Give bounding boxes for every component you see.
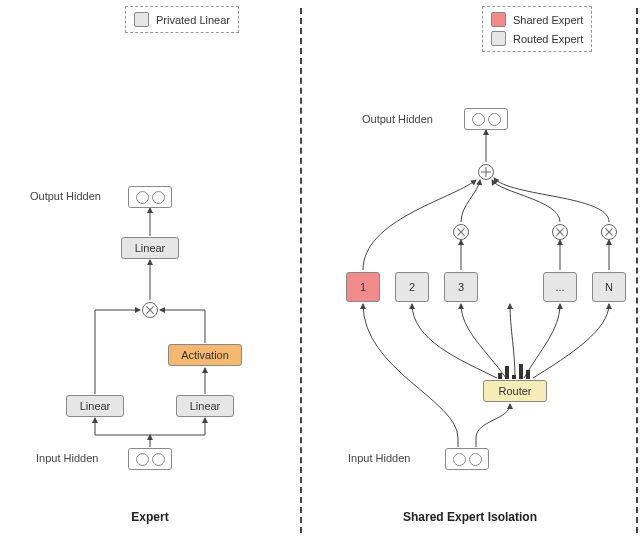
- expert-routed-n: N: [592, 272, 626, 302]
- swatch-linear-icon: [134, 12, 149, 27]
- legend-label: Privated Linear: [156, 14, 230, 26]
- block-label: Linear: [135, 242, 166, 254]
- block-label: 3: [458, 281, 464, 293]
- block-label: N: [605, 281, 613, 293]
- shared-expert-isolation-panel: Shared Expert Routed Expert: [300, 0, 640, 541]
- swatch-routed-icon: [491, 31, 506, 46]
- multiply-op-icon: [453, 224, 469, 240]
- router-histogram-icon: [498, 364, 530, 379]
- block-label: Activation: [181, 349, 229, 361]
- swatch-shared-icon: [491, 12, 506, 27]
- output-hidden-label: Output Hidden: [362, 113, 433, 125]
- legend-label: Shared Expert: [513, 14, 583, 26]
- output-hidden-label: Output Hidden: [30, 190, 101, 202]
- linear-down-block: Linear: [121, 237, 179, 259]
- activation-block: Activation: [168, 344, 242, 366]
- input-hidden-box: [445, 448, 489, 470]
- add-op-icon: [478, 164, 494, 180]
- multiply-op-icon: [601, 224, 617, 240]
- expert-routed-ellipsis: ...: [543, 272, 577, 302]
- multiply-op-icon: [552, 224, 568, 240]
- block-label: 1: [360, 281, 366, 293]
- multiply-op-icon: [142, 302, 158, 318]
- panel-title: Shared Expert Isolation: [300, 510, 640, 524]
- linear-up-block: Linear: [176, 395, 234, 417]
- expert-panel: Privated Linear Output Hidden: [0, 0, 300, 541]
- block-label: Linear: [80, 400, 111, 412]
- legend-right: Shared Expert Routed Expert: [482, 6, 592, 52]
- router-block: Router: [483, 380, 547, 402]
- block-label: Linear: [190, 400, 221, 412]
- block-label: Router: [498, 385, 531, 397]
- legend-row: Shared Expert: [491, 12, 583, 27]
- block-label: ...: [555, 281, 564, 293]
- panel-title: Expert: [0, 510, 300, 524]
- legend-row: Routed Expert: [491, 31, 583, 46]
- linear-gate-block: Linear: [66, 395, 124, 417]
- output-hidden-box: [128, 186, 172, 208]
- expert-shared-1: 1: [346, 272, 380, 302]
- legend-row: Privated Linear: [134, 12, 230, 27]
- input-hidden-label: Input Hidden: [348, 452, 410, 464]
- expert-routed-3: 3: [444, 272, 478, 302]
- input-hidden-label: Input Hidden: [36, 452, 98, 464]
- legend-label: Routed Expert: [513, 33, 583, 45]
- legend-left: Privated Linear: [125, 6, 239, 33]
- expert-routed-2: 2: [395, 272, 429, 302]
- block-label: 2: [409, 281, 415, 293]
- output-hidden-box: [464, 108, 508, 130]
- input-hidden-box: [128, 448, 172, 470]
